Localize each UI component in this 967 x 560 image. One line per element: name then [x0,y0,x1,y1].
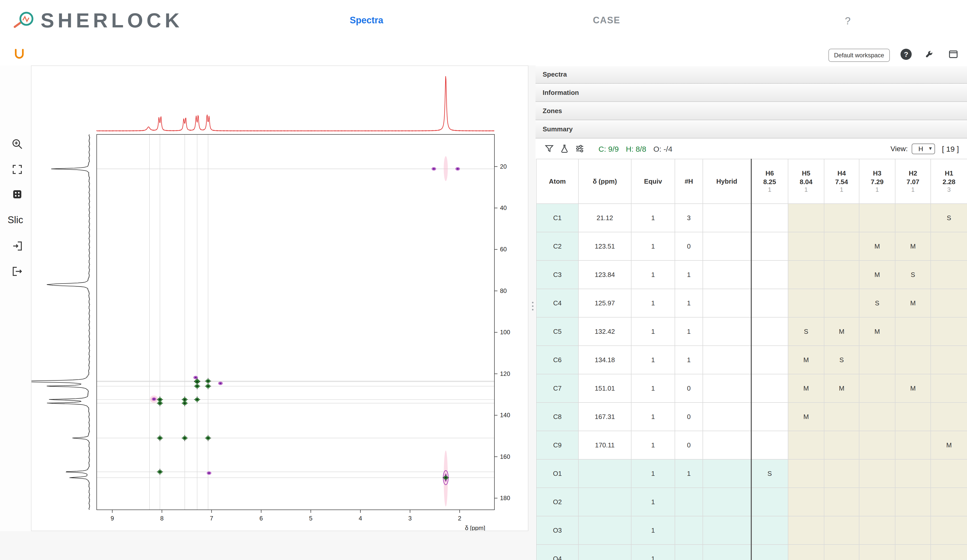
correlation-cell[interactable] [824,516,859,545]
correlation-cell[interactable] [751,289,788,317]
section-header-spectra[interactable]: Spectra [536,66,967,84]
correlation-cell[interactable] [859,204,895,232]
h-count-cell[interactable]: 1 [675,346,703,374]
atom-cell[interactable]: O1 [536,459,578,488]
correlation-cell[interactable] [859,516,895,545]
tab-help[interactable]: ? [845,15,850,27]
section-header-zones[interactable]: Zones [536,102,967,120]
shift-cell[interactable]: 125.97 [578,289,631,317]
correlation-cell[interactable] [895,545,931,560]
correlation-cell[interactable] [859,545,895,560]
shift-cell[interactable]: 167.31 [578,402,631,431]
correlation-cell[interactable] [931,459,967,488]
equiv-cell[interactable]: 1 [631,488,675,516]
correlation-cell[interactable]: M [859,232,895,260]
atom-row-o2[interactable]: O21 [536,488,967,516]
correlation-cell[interactable] [824,260,859,289]
shift-cell[interactable] [578,459,631,488]
correlation-cell[interactable] [931,260,967,289]
correlation-cell[interactable]: S [788,317,824,346]
correlation-cell[interactable] [751,346,788,374]
col-header-h2[interactable]: H27.071 [895,159,931,204]
correlation-cell[interactable] [751,317,788,346]
zoom-in-icon[interactable] [12,138,23,150]
correlation-cell[interactable] [824,545,859,560]
equiv-cell[interactable]: 1 [631,346,675,374]
correlation-cell[interactable] [788,260,824,289]
atom-row-o3[interactable]: O31 [536,516,967,545]
correlation-cell[interactable] [931,488,967,516]
correlation-cell[interactable]: M [895,289,931,317]
correlation-cell[interactable] [931,289,967,317]
h-count-cell[interactable]: 1 [675,289,703,317]
correlation-cell[interactable] [824,289,859,317]
atom-row-c2[interactable]: C2123.5110MM [536,232,967,260]
correlation-cell[interactable] [895,459,931,488]
equiv-cell[interactable]: 1 [631,232,675,260]
correlation-cell[interactable]: M [788,346,824,374]
equiv-cell[interactable]: 1 [631,289,675,317]
shift-cell[interactable] [578,488,631,516]
correlation-cell[interactable] [931,402,967,431]
wrench-icon[interactable] [925,49,935,59]
correlation-cell[interactable] [895,431,931,459]
hybrid-cell[interactable] [703,317,751,346]
correlation-cell[interactable] [751,374,788,402]
correlation-cell[interactable] [895,516,931,545]
hybrid-cell[interactable] [703,545,751,560]
equiv-cell[interactable]: 1 [631,374,675,402]
window-layout-icon[interactable] [948,49,959,59]
h-count-cell[interactable] [675,516,703,545]
correlation-cell[interactable] [788,232,824,260]
hybrid-cell[interactable] [703,260,751,289]
view-select[interactable]: H [912,143,935,154]
h-count-cell[interactable]: 0 [675,232,703,260]
correlation-cell[interactable]: S [824,346,859,374]
shift-cell[interactable]: 170.11 [578,431,631,459]
help-icon[interactable]: ? [901,49,912,60]
hybrid-cell[interactable] [703,374,751,402]
correlation-cell[interactable] [824,402,859,431]
atom-cell[interactable]: C5 [536,317,578,346]
equiv-cell[interactable]: 1 [631,431,675,459]
correlation-cell[interactable] [824,232,859,260]
atom-row-c8[interactable]: C8167.3110M [536,402,967,431]
correlation-cell[interactable]: M [788,374,824,402]
equiv-cell[interactable]: 1 [631,402,675,431]
shift-cell[interactable]: 123.84 [578,260,631,289]
correlation-cell[interactable] [931,232,967,260]
correlation-cell[interactable] [751,204,788,232]
correlation-cell[interactable]: S [931,204,967,232]
correlation-cell[interactable] [788,545,824,560]
correlation-cell[interactable]: M [824,374,859,402]
section-header-summary[interactable]: Summary [536,120,967,138]
export-icon[interactable] [12,266,23,277]
correlation-cell[interactable] [859,488,895,516]
atom-cell[interactable]: O3 [536,516,578,545]
correlation-cell[interactable]: M [859,317,895,346]
shift-cell[interactable]: 21.12 [578,204,631,232]
shift-cell[interactable]: 151.01 [578,374,631,402]
h-count-cell[interactable]: 0 [675,431,703,459]
correlation-cell[interactable] [824,431,859,459]
h-count-cell[interactable] [675,488,703,516]
correlation-cell[interactable] [788,488,824,516]
col-header-h3[interactable]: H37.291 [859,159,895,204]
atom-cell[interactable]: O2 [536,488,578,516]
correlation-cell[interactable]: M [931,431,967,459]
correlation-cell[interactable] [931,346,967,374]
correlation-cell[interactable]: M [895,232,931,260]
atom-row-c6[interactable]: C6134.1811MS [536,346,967,374]
atom-row-o4[interactable]: O41 [536,545,967,560]
peaks-display-icon[interactable] [12,189,23,200]
import-icon[interactable] [12,240,23,252]
correlation-cell[interactable] [751,488,788,516]
atom-row-c9[interactable]: C9170.1110M [536,431,967,459]
correlation-cell[interactable] [931,545,967,560]
h-count-cell[interactable]: 1 [675,260,703,289]
atom-cell[interactable]: C4 [536,289,578,317]
col-header-h1[interactable]: H12.283 [931,159,967,204]
hybrid-cell[interactable] [703,232,751,260]
shift-cell[interactable]: 134.18 [578,346,631,374]
correlation-cell[interactable] [751,431,788,459]
